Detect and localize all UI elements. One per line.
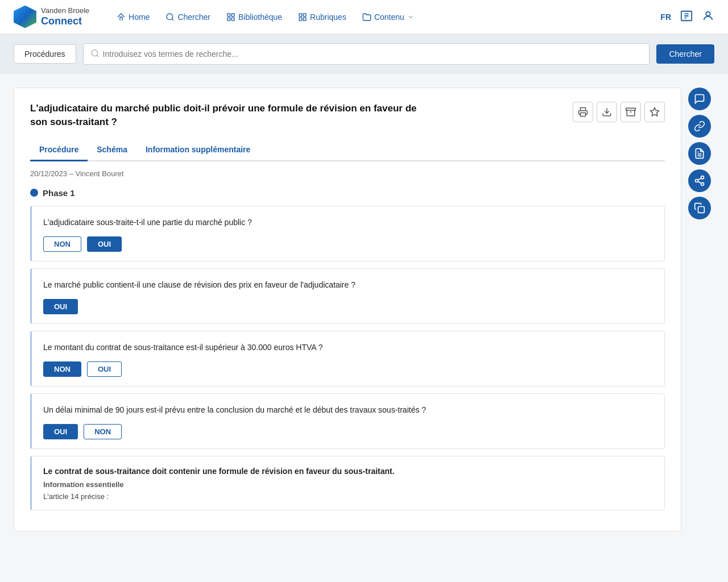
nav-rubriques[interactable]: Rubriques <box>298 13 346 22</box>
side-link-button[interactable] <box>688 115 711 138</box>
svg-point-12 <box>92 50 98 56</box>
svg-rect-7 <box>303 14 306 16</box>
svg-rect-8 <box>299 18 302 20</box>
answer-non-3[interactable]: NON <box>84 424 122 439</box>
btn-group: NON OUI <box>43 236 653 252</box>
svg-line-25 <box>698 178 701 180</box>
article-header: L'adjudicataire du marché public doit-il… <box>30 102 665 129</box>
search-tag[interactable]: Procédures <box>14 44 76 64</box>
phase-label: Phase 1 <box>30 188 665 198</box>
article-title: L'adjudicataire du marché public doit-il… <box>30 102 417 129</box>
tab-procedure[interactable]: Procédure <box>30 140 88 161</box>
search-bar: Procédures Chercher <box>0 34 728 74</box>
question-card: Un délai minimal de 90 jours est-il prév… <box>30 393 665 449</box>
main-layout: L'adjudicataire du marché public doit-il… <box>0 74 728 545</box>
svg-point-23 <box>701 182 704 185</box>
side-actions <box>688 88 714 531</box>
svg-point-0 <box>167 14 173 20</box>
print-button[interactable] <box>573 102 593 122</box>
nav-home[interactable]: Home <box>117 13 150 22</box>
svg-rect-3 <box>231 14 234 16</box>
search-input-wrap <box>83 43 650 65</box>
svg-point-21 <box>701 176 704 179</box>
content-area: L'adjudicataire du marché public doit-il… <box>14 88 681 531</box>
svg-rect-9 <box>303 18 306 20</box>
answer-non-0[interactable]: NON <box>43 236 81 252</box>
question-text: Un délai minimal de 90 jours est-il prév… <box>43 404 653 416</box>
date-author: 20/12/2023 – Vincent Bouret <box>30 169 665 178</box>
nav-contenu[interactable]: Contenu <box>362 13 414 22</box>
side-document-button[interactable] <box>688 142 711 165</box>
answer-oui-1[interactable]: OUI <box>43 299 78 314</box>
question-card: L'adjudicataire sous-traite-t-il une par… <box>30 206 665 261</box>
help-icon[interactable] <box>680 10 693 24</box>
svg-line-24 <box>698 181 701 183</box>
svg-point-11 <box>706 12 710 16</box>
question-text: L'adjudicataire sous-traite-t-il une par… <box>43 217 653 228</box>
archive-button[interactable] <box>621 102 641 122</box>
svg-rect-4 <box>228 18 230 20</box>
phase-dot <box>30 189 38 197</box>
answer-oui-2[interactable]: OUI <box>87 361 122 377</box>
side-copy-button[interactable] <box>688 197 711 219</box>
result-subtitle: Information essentielle <box>43 480 653 489</box>
btn-group: NON OUI <box>43 361 653 377</box>
btn-group: OUI NON <box>43 424 653 439</box>
tab-schema[interactable]: Schéma <box>88 140 136 161</box>
download-button[interactable] <box>597 102 617 122</box>
svg-rect-14 <box>581 113 586 117</box>
svg-point-22 <box>696 180 698 182</box>
question-card: Le marché public contient-il une clause … <box>30 268 665 324</box>
navbar: Vanden Broele Connect Home Chercher Bibl… <box>0 0 728 34</box>
btn-group: OUI <box>43 299 653 314</box>
answer-oui-3[interactable]: OUI <box>43 424 78 439</box>
svg-line-1 <box>172 19 174 20</box>
tab-info-sup[interactable]: Information supplémentaire <box>136 140 259 161</box>
search-input[interactable] <box>103 49 643 59</box>
tabs: Procédure Schéma Information supplémenta… <box>30 140 665 161</box>
language-selector[interactable]: FR <box>660 13 671 22</box>
svg-rect-5 <box>231 18 234 20</box>
result-title: Le contrat de sous-traitance doit conten… <box>43 467 653 476</box>
svg-marker-18 <box>651 108 659 116</box>
search-button[interactable]: Chercher <box>656 44 714 64</box>
result-text: L'article 14 précise : <box>43 492 653 501</box>
logo-top: Vanden Broele <box>41 6 89 15</box>
question-text: Le marché public contient-il une clause … <box>43 279 653 291</box>
answer-non-2[interactable]: NON <box>43 361 81 377</box>
svg-rect-6 <box>299 14 302 16</box>
nav-search[interactable]: Chercher <box>166 13 210 22</box>
side-chain-button[interactable] <box>688 169 711 192</box>
svg-rect-2 <box>228 14 230 16</box>
search-icon <box>90 49 100 60</box>
question-card: Le montant du contrat de sous-traitance … <box>30 331 665 386</box>
logo[interactable]: Vanden Broele Connect <box>14 6 89 28</box>
question-text: Le montant du contrat de sous-traitance … <box>43 342 653 354</box>
result-card: Le contrat de sous-traitance doit conten… <box>30 456 665 510</box>
article-actions <box>573 102 665 122</box>
phase-text: Phase 1 <box>43 188 75 198</box>
logo-bottom: Connect <box>41 15 89 28</box>
logo-icon <box>14 6 36 28</box>
answer-oui-0[interactable]: OUI <box>87 236 122 252</box>
side-comment-button[interactable] <box>688 88 711 110</box>
nav-library[interactable]: Bibliothèque <box>226 13 282 22</box>
star-button[interactable] <box>644 102 665 122</box>
user-icon[interactable] <box>702 10 714 24</box>
svg-rect-16 <box>626 108 636 110</box>
svg-line-13 <box>97 55 98 57</box>
svg-rect-26 <box>698 207 705 213</box>
